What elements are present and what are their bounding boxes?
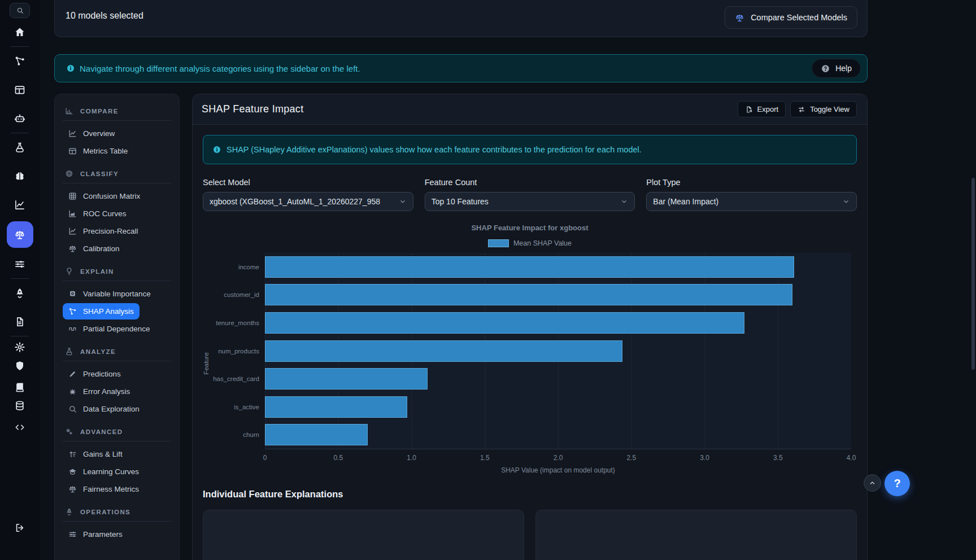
gears-icon: [65, 427, 73, 436]
sidebar-section-label: ANALYZE: [80, 348, 116, 355]
sidebar-item-predictions[interactable]: Predictions: [63, 366, 127, 382]
sidebar-item-calibration[interactable]: Calibration: [63, 240, 125, 257]
sidebar-item-error-analysis[interactable]: Error Analysis: [63, 383, 136, 400]
database-icon: [14, 400, 25, 412]
x-axis-tick: 1.5: [480, 454, 490, 462]
rail-item-robot[interactable]: [14, 113, 25, 124]
rail-item-sliders[interactable]: [14, 259, 25, 270]
rail-item-shield[interactable]: [14, 360, 25, 371]
rail-item-brain[interactable]: [14, 170, 25, 182]
sidebar-item-label: Error Analysis: [83, 387, 130, 396]
select-field: Select Modelxgboost (XGBoost_1_AutoML_1_…: [203, 178, 413, 211]
page-scrollbar[interactable]: [971, 178, 975, 370]
sidebar-item-label: Partial Dependence: [83, 325, 150, 333]
x-axis-tick: 2.5: [626, 454, 636, 462]
floating-help-button[interactable]: ?: [884, 471, 910, 496]
sidebar-item-parameters[interactable]: Parameters: [63, 526, 128, 542]
models-selected-status: 10 models selected: [66, 6, 143, 21]
sidebar-item-learning-curves[interactable]: Learning Curves: [63, 463, 145, 480]
sidebar-section-label: OPERATIONS: [80, 509, 130, 515]
scales-icon: [735, 13, 744, 23]
rail-group: [14, 279, 25, 336]
rail-item-database[interactable]: [14, 400, 25, 412]
scales-icon: [68, 485, 77, 493]
rail-item-network[interactable]: [14, 55, 25, 67]
toggle-view-button[interactable]: Toggle View: [790, 101, 857, 117]
rail-item-chart-line[interactable]: [14, 199, 25, 211]
y-axis-label: tenure_months: [213, 309, 265, 337]
rail-search-button[interactable]: [10, 3, 30, 18]
rail-active-item[interactable]: [7, 221, 33, 248]
sidebar-item-precision-recall[interactable]: Precision-Recall: [63, 223, 144, 239]
sidebar-item-label: Metrics Table: [83, 147, 128, 155]
rail-item-document[interactable]: [14, 316, 25, 327]
legend-label: Mean SHAP Value: [513, 239, 572, 247]
shap-bar-customer_id: [265, 284, 792, 305]
flask-icon: [14, 142, 25, 153]
chart-legend: Mean SHAP Value: [203, 239, 857, 247]
select-field: Feature CountTop 10 Features: [425, 178, 635, 211]
shap-bar-has_credit_card: [265, 368, 428, 390]
sidebar-item-data-exploration[interactable]: Data Exploration: [63, 401, 145, 417]
shap-bar-churn: [265, 424, 368, 445]
chevron-down-icon: [620, 198, 628, 205]
sidebar-item-roc-curves[interactable]: ROC Curves: [63, 205, 132, 222]
rail-item-home[interactable]: [14, 27, 25, 38]
brain-icon: [14, 170, 25, 182]
sidebar-section-label: CLASSIFY: [80, 170, 119, 177]
sidebar-item-label: Parameters: [83, 530, 123, 539]
sidebar-item-partial-dependence[interactable]: Partial Dependence: [63, 321, 156, 337]
rail-item-code[interactable]: [14, 422, 25, 433]
sidebar-item-variable-importance[interactable]: Variable Importance: [63, 286, 156, 302]
search-icon: [68, 405, 77, 413]
x-axis-ticks: 00.51.01.52.02.53.03.54.0: [265, 453, 851, 464]
sidebar-item-gains-lift[interactable]: Gains & Lift: [63, 446, 128, 462]
select-select-model[interactable]: xgboost (XGBoost_1_AutoML_1_20260227_958: [203, 192, 413, 211]
y-axis-labels: incomecustomer_idtenure_monthsnum_produc…: [213, 253, 265, 449]
gradcap-icon: [68, 467, 77, 476]
select-feature-count[interactable]: Top 10 Features: [425, 192, 635, 211]
chart-line-icon: [68, 227, 77, 235]
select-label: Plot Type: [646, 178, 857, 187]
chart-title: SHAP Feature Impact for xgboost: [203, 224, 857, 232]
y-axis-label: customer_id: [213, 281, 265, 309]
book-icon: [14, 382, 25, 393]
y-axis-label: num_products: [213, 337, 265, 365]
sidebar-item-label: ROC Curves: [83, 209, 127, 218]
scroll-to-top-button[interactable]: [864, 474, 881, 492]
logout-button[interactable]: [14, 522, 25, 536]
bar-row: [265, 281, 851, 309]
rail-item-rocket[interactable]: [14, 287, 25, 299]
chart-area-icon: [68, 209, 77, 218]
rail-item-book[interactable]: [14, 382, 25, 393]
sliders-icon: [68, 530, 77, 539]
help-button[interactable]: Help: [812, 59, 861, 78]
select-label: Feature Count: [425, 178, 635, 187]
x-axis-tick: 2.0: [554, 454, 563, 462]
export-button[interactable]: Export: [738, 101, 786, 117]
select-plot-type[interactable]: Bar (Mean Impact): [646, 192, 857, 211]
y-axis-label: has_credit_card: [213, 365, 265, 393]
question-icon: [821, 64, 830, 73]
explanation-card: [203, 510, 524, 560]
compare-selected-models-button[interactable]: Compare Selected Models: [725, 6, 857, 29]
sidebar-item-overview[interactable]: Overview: [63, 125, 120, 142]
sidebar-item-fairness-metrics[interactable]: Fairness Metrics: [63, 481, 145, 497]
sidebar-item-shap-analysis[interactable]: SHAP Analysis: [63, 303, 140, 320]
rail-group: [14, 377, 25, 417]
sidebar-item-confusion-matrix[interactable]: Confusion Matrix: [63, 188, 146, 204]
sidebar-item-metrics-table[interactable]: Metrics Table: [63, 143, 133, 159]
chevron-down-icon: [399, 198, 407, 205]
rail-item-table[interactable]: [14, 84, 25, 95]
sidebar-item-label: Confusion Matrix: [83, 192, 140, 200]
rail-item-flask[interactable]: [14, 142, 25, 153]
sidebar-section-header: EXPLAIN: [63, 264, 171, 279]
rail-item-gear[interactable]: [14, 342, 25, 353]
compare-button-label: Compare Selected Models: [751, 13, 847, 22]
gear-icon: [14, 342, 25, 353]
chart-bar-icon: [65, 107, 73, 115]
lightbulb-icon: [65, 267, 73, 275]
rail-item-scales[interactable]: [14, 229, 25, 240]
info-icon: [212, 145, 221, 154]
sidebar-section-label: COMPARE: [80, 108, 119, 115]
